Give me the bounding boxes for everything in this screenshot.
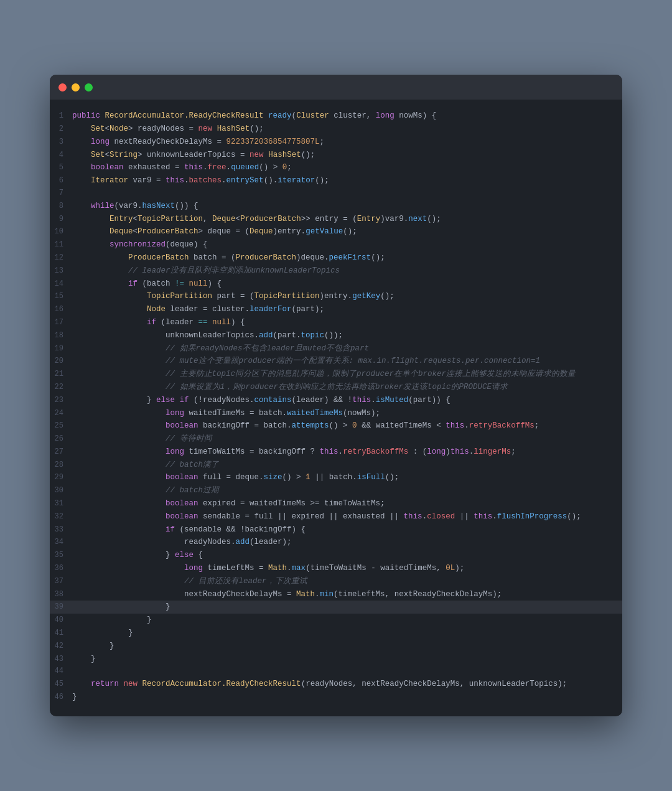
code-line: 24 long waitedTimeMs = batch.waitedTimeM…	[50, 407, 622, 420]
code-line: 40 }	[50, 614, 622, 627]
code-line: 12 ProducerBatch batch = (ProducerBatch)…	[50, 251, 622, 264]
code-line: 45 return new RecordAccumulator.ReadyChe…	[50, 678, 622, 691]
maximize-button[interactable]	[85, 83, 93, 91]
code-line: 1 public RecordAccumulator.ReadyCheckRes…	[50, 110, 622, 123]
code-line: 36 long timeLeftMs = Math.max(timeToWait…	[50, 562, 622, 575]
minimize-button[interactable]	[72, 83, 80, 91]
code-line: 6 Iterator var9 = this.batches.entrySet(…	[50, 174, 622, 187]
code-line: 17 if (leader == null) {	[50, 316, 622, 329]
code-line: 7	[50, 187, 622, 200]
code-line: 35 } else {	[50, 549, 622, 562]
code-line: 33 if (sendable && !backingOff) {	[50, 523, 622, 536]
code-line: 23 } else if (!readyNodes.contains(leade…	[50, 394, 622, 407]
code-line: 44	[50, 665, 622, 678]
code-line: 29 boolean full = deque.size() > 1 || ba…	[50, 471, 622, 484]
code-line: 9 Entry<TopicPartition, Deque<ProducerBa…	[50, 213, 622, 226]
close-button[interactable]	[58, 83, 67, 91]
code-line: 8 while(var9.hasNext()) {	[50, 200, 622, 213]
code-line: 18 unknownLeaderTopics.add(part.topic())…	[50, 329, 622, 342]
code-line: 20 // mute这个变量跟producer端的一个配置有关系: max.in…	[50, 355, 622, 368]
code-line: 2 Set<Node> readyNodes = new HashSet();	[50, 123, 622, 136]
code-line: 38 nextReadyCheckDelayMs = Math.min(time…	[50, 588, 622, 601]
titlebar	[50, 75, 622, 100]
code-line: 25 boolean backingOff = batch.attempts()…	[50, 419, 622, 433]
code-line: 27 long timeToWaitMs = backingOff ? this…	[50, 446, 622, 459]
code-line: 42 }	[50, 640, 622, 653]
code-line: 3 long nextReadyCheckDelayMs = 922337203…	[50, 136, 622, 149]
code-line: 43 }	[50, 653, 622, 666]
code-line: 15 TopicPartition part = (TopicPartition…	[50, 290, 622, 303]
code-line: 13 // leader没有且队列非空则添加unknownLeaderTopic…	[50, 264, 622, 278]
code-line: 26 // 等待时间	[50, 433, 622, 446]
code-line: 37 // 目前还没有leader，下次重试	[50, 575, 622, 588]
code-line: 14 if (batch != null) {	[50, 278, 622, 291]
code-line: 34 readyNodes.add(leader);	[50, 536, 622, 549]
code-line: 22 // 如果设置为1，则producer在收到响应之前无法再给该broker…	[50, 381, 622, 394]
code-line: 46 }	[50, 691, 622, 704]
code-line: 16 Node leader = cluster.leaderFor(part)…	[50, 303, 622, 316]
code-line: 11 synchronized(deque) {	[50, 238, 622, 251]
code-line: 39 }	[50, 601, 622, 614]
code-line: 19 // 如果readyNodes不包含leader且muted不包含part	[50, 342, 622, 355]
code-line: 31 boolean expired = waitedTimeMs >= tim…	[50, 497, 622, 510]
code-line: 21 // 主要防止topic同分区下的消息乱序问题，限制了producer在单…	[50, 368, 622, 381]
code-area: 1 public RecordAccumulator.ReadyCheckRes…	[50, 100, 622, 716]
code-line: 5 boolean exhausted = this.free.queued()…	[50, 161, 622, 174]
code-line: 32 boolean sendable = full || expired ||…	[50, 510, 622, 523]
code-line: 28 // batch满了	[50, 459, 622, 472]
code-line: 41 }	[50, 627, 622, 640]
code-line: 4 Set<String> unknownLeaderTopics = new …	[50, 149, 622, 162]
editor-window: 1 public RecordAccumulator.ReadyCheckRes…	[50, 75, 622, 716]
code-line: 30 // batch过期	[50, 484, 622, 497]
code-line: 10 Deque<ProducerBatch> deque = (Deque)e…	[50, 225, 622, 238]
